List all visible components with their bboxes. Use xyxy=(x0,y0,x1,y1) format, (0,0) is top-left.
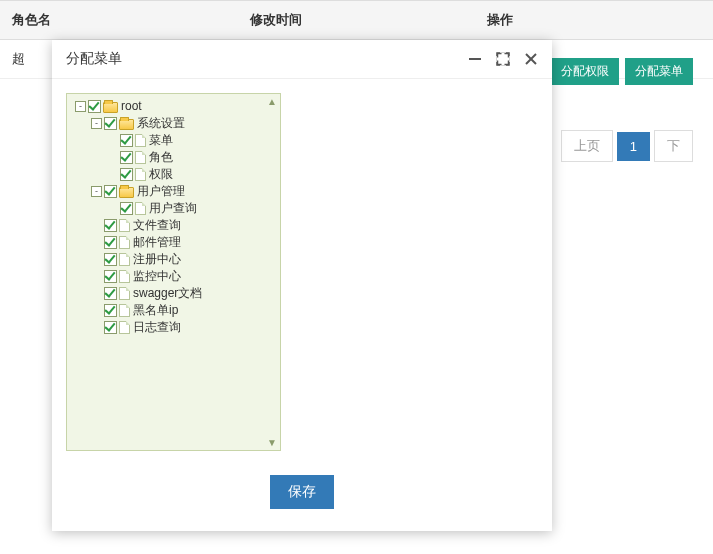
save-button[interactable]: 保存 xyxy=(270,475,334,509)
tree-node: 角色 xyxy=(69,149,278,166)
file-icon xyxy=(119,253,130,266)
file-icon xyxy=(119,321,130,334)
file-icon xyxy=(135,202,146,215)
tree-node: 用户查询 xyxy=(69,200,278,217)
pagination: 上页 1 下 xyxy=(561,130,693,162)
tree-node: 监控中心 xyxy=(69,268,278,285)
checkbox[interactable] xyxy=(104,287,117,300)
assign-menu-button[interactable]: 分配菜单 xyxy=(625,58,693,85)
tree-node-label[interactable]: swagger文档 xyxy=(133,285,202,302)
tree-node: 权限 xyxy=(69,166,278,183)
window-controls xyxy=(468,52,538,66)
tree-node: -用户管理 xyxy=(69,183,278,200)
tree-node: 文件查询 xyxy=(69,217,278,234)
checkbox[interactable] xyxy=(88,100,101,113)
tree-node-label[interactable]: 注册中心 xyxy=(133,251,181,268)
menu-tree: ▲ -root-系统设置菜单角色权限-用户管理用户查询文件查询邮件管理注册中心监… xyxy=(66,93,281,451)
col-modify-time: 修改时间 xyxy=(238,1,476,39)
tree-node: 黑名单ip xyxy=(69,302,278,319)
modal-title: 分配菜单 xyxy=(66,50,122,68)
tree-node-label[interactable]: 日志查询 xyxy=(133,319,181,336)
collapse-icon[interactable]: - xyxy=(75,101,86,112)
checkbox[interactable] xyxy=(104,219,117,232)
file-icon xyxy=(119,304,130,317)
tree-node-label[interactable]: 系统设置 xyxy=(137,115,185,132)
close-icon[interactable] xyxy=(524,52,538,66)
tree-node-label[interactable]: 邮件管理 xyxy=(133,234,181,251)
checkbox[interactable] xyxy=(104,270,117,283)
checkbox[interactable] xyxy=(104,117,117,130)
checkbox[interactable] xyxy=(120,134,133,147)
tree-node: 菜单 xyxy=(69,132,278,149)
row-actions: 分配权限 分配菜单 xyxy=(551,58,693,85)
pager-page-1[interactable]: 1 xyxy=(617,132,650,161)
tree-node-label[interactable]: 监控中心 xyxy=(133,268,181,285)
collapse-icon[interactable]: - xyxy=(91,118,102,129)
tree-node-label[interactable]: root xyxy=(121,98,142,115)
file-icon xyxy=(135,134,146,147)
checkbox[interactable] xyxy=(120,168,133,181)
tree-node: -系统设置 xyxy=(69,115,278,132)
checkbox[interactable] xyxy=(120,151,133,164)
checkbox[interactable] xyxy=(104,253,117,266)
folder-icon xyxy=(119,187,134,198)
table-header-row: 角色名 修改时间 操作 xyxy=(0,0,713,40)
col-actions: 操作 xyxy=(475,1,713,39)
assign-permission-button[interactable]: 分配权限 xyxy=(551,58,619,85)
tree-node-label[interactable]: 权限 xyxy=(149,166,173,183)
scroll-up-icon[interactable]: ▲ xyxy=(267,96,277,107)
modal-header: 分配菜单 xyxy=(52,40,552,79)
tree-node: 注册中心 xyxy=(69,251,278,268)
scroll-down-icon[interactable]: ▼ xyxy=(267,437,277,448)
tree-node: swagger文档 xyxy=(69,285,278,302)
file-icon xyxy=(135,168,146,181)
modal-footer: 保存 xyxy=(52,465,552,531)
tree-node-label[interactable]: 文件查询 xyxy=(133,217,181,234)
checkbox[interactable] xyxy=(120,202,133,215)
pager-next[interactable]: 下 xyxy=(654,130,693,162)
tree-node-label[interactable]: 黑名单ip xyxy=(133,302,178,319)
minimize-icon[interactable] xyxy=(468,52,482,66)
tree-node: 日志查询 xyxy=(69,319,278,336)
tree-node: 邮件管理 xyxy=(69,234,278,251)
assign-menu-modal: 分配菜单 ▲ -root-系统设置菜单角色权限-用户管理用户查询文件查询邮件管理… xyxy=(52,40,552,531)
file-icon xyxy=(119,270,130,283)
file-icon xyxy=(135,151,146,164)
folder-icon xyxy=(103,102,118,113)
tree-node-label[interactable]: 菜单 xyxy=(149,132,173,149)
tree-node-label[interactable]: 用户查询 xyxy=(149,200,197,217)
file-icon xyxy=(119,236,130,249)
collapse-icon[interactable]: - xyxy=(91,186,102,197)
folder-icon xyxy=(119,119,134,130)
checkbox[interactable] xyxy=(104,321,117,334)
checkbox[interactable] xyxy=(104,304,117,317)
pager-prev[interactable]: 上页 xyxy=(561,130,613,162)
checkbox[interactable] xyxy=(104,185,117,198)
tree-node: -root xyxy=(69,98,278,115)
tree-node-label[interactable]: 用户管理 xyxy=(137,183,185,200)
file-icon xyxy=(119,219,130,232)
file-icon xyxy=(119,287,130,300)
checkbox[interactable] xyxy=(104,236,117,249)
col-role-name: 角色名 xyxy=(0,1,238,39)
maximize-icon[interactable] xyxy=(496,52,510,66)
tree-node-label[interactable]: 角色 xyxy=(149,149,173,166)
